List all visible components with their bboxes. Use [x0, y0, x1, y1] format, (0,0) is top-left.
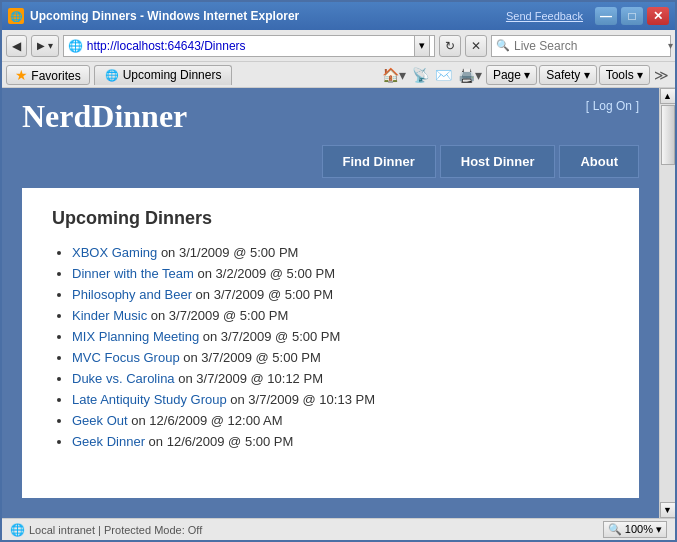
status-zone: 🌐 Local intranet | Protected Mode: Off — [10, 523, 202, 537]
site-title: NerdDinner — [22, 98, 187, 135]
address-go-button[interactable]: ▾ — [414, 35, 430, 57]
forward-button[interactable]: ▶ ▾ — [31, 35, 59, 57]
page-menu-button[interactable]: Page ▾ — [486, 65, 537, 85]
content-area: Upcoming Dinners XBOX Gaming on 3/1/2009… — [22, 188, 639, 498]
find-dinner-button[interactable]: Find Dinner — [322, 145, 436, 178]
log-on-link[interactable]: Log On — [593, 99, 632, 113]
favorites-button[interactable]: ★ Favorites — [6, 65, 90, 85]
scroll-up-button[interactable]: ▲ — [660, 88, 676, 104]
mail-button[interactable]: ✉️ — [433, 67, 454, 83]
zoom-level: 100% — [625, 523, 653, 535]
login-area: [ Log On ] — [586, 98, 639, 113]
address-icon: 🌐 — [68, 39, 83, 53]
star-icon: ★ — [15, 67, 28, 83]
maximize-button[interactable]: □ — [621, 7, 643, 25]
dinner-link[interactable]: Duke vs. Carolina — [72, 371, 175, 386]
status-text: Local intranet | Protected Mode: Off — [29, 524, 202, 536]
dinner-link[interactable]: Kinder Music — [72, 308, 147, 323]
dinner-time: on 3/1/2009 @ 5:00 PM — [157, 245, 298, 260]
scroll-down-button[interactable]: ▼ — [660, 502, 676, 518]
tab-bar: 🌐 Upcoming Dinners — [94, 65, 376, 85]
about-button[interactable]: About — [559, 145, 639, 178]
log-on-close: ] — [636, 99, 639, 113]
search-dropdown-icon[interactable]: ▾ — [668, 40, 673, 51]
close-button[interactable]: ✕ — [647, 7, 669, 25]
home-button[interactable]: 🏠▾ — [380, 67, 408, 83]
host-dinner-button[interactable]: Host Dinner — [440, 145, 556, 178]
dinner-time: on 3/7/2009 @ 5:00 PM — [199, 329, 340, 344]
dinner-link[interactable]: Dinner with the Team — [72, 266, 194, 281]
dinner-link[interactable]: Late Antiquity Study Group — [72, 392, 227, 407]
list-item: Kinder Music on 3/7/2009 @ 5:00 PM — [72, 308, 609, 323]
minimize-button[interactable]: — — [595, 7, 617, 25]
page-header: NerdDinner [ Log On ] — [2, 88, 659, 145]
list-item: MIX Planning Meeting on 3/7/2009 @ 5:00 … — [72, 329, 609, 344]
tab-icon: 🌐 — [105, 69, 119, 82]
list-item: Dinner with the Team on 3/2/2009 @ 5:00 … — [72, 266, 609, 281]
active-tab[interactable]: 🌐 Upcoming Dinners — [94, 65, 233, 85]
dinner-time: on 3/7/2009 @ 5:00 PM — [192, 287, 333, 302]
refresh-button[interactable]: ↻ — [439, 35, 461, 57]
dinner-list: XBOX Gaming on 3/1/2009 @ 5:00 PMDinner … — [52, 245, 609, 449]
dinner-link[interactable]: Philosophy and Beer — [72, 287, 192, 302]
search-input[interactable] — [514, 39, 664, 53]
list-item: Geek Dinner on 12/6/2009 @ 5:00 PM — [72, 434, 609, 449]
navigation-bar: Find Dinner Host Dinner About — [2, 145, 659, 188]
scrollbar[interactable]: ▲ ▼ — [659, 88, 675, 518]
tools-menu-button[interactable]: Tools ▾ — [599, 65, 650, 85]
log-on-open: [ — [586, 99, 589, 113]
favorites-bar: ★ Favorites 🌐 Upcoming Dinners 🏠▾ 📡 ✉️ 🖨… — [2, 62, 675, 88]
dinner-time: on 3/2/2009 @ 5:00 PM — [194, 266, 335, 281]
more-tools-button[interactable]: ≫ — [652, 67, 671, 83]
tab-label: Upcoming Dinners — [123, 68, 222, 82]
dinner-time: on 3/7/2009 @ 10:12 PM — [175, 371, 323, 386]
search-live-label: 🔍 — [496, 39, 510, 52]
search-bar[interactable]: 🔍 ▾ — [491, 35, 671, 57]
section-title: Upcoming Dinners — [52, 208, 609, 229]
dinner-time: on 3/7/2009 @ 5:00 PM — [180, 350, 321, 365]
page-area: NerdDinner [ Log On ] Find Dinner Host D… — [2, 88, 659, 518]
status-zoom: 🔍 100% ▾ — [603, 521, 667, 538]
title-bar: 🌐 Upcoming Dinners - Windows Internet Ex… — [2, 2, 675, 30]
dinner-time: on 12/6/2009 @ 12:00 AM — [128, 413, 283, 428]
status-bar: 🌐 Local intranet | Protected Mode: Off 🔍… — [2, 518, 675, 540]
list-item: MVC Focus Group on 3/7/2009 @ 5:00 PM — [72, 350, 609, 365]
safety-menu-button[interactable]: Safety ▾ — [539, 65, 596, 85]
list-item: Philosophy and Beer on 3/7/2009 @ 5:00 P… — [72, 287, 609, 302]
dinner-time: on 3/7/2009 @ 5:00 PM — [147, 308, 288, 323]
dinner-time: on 12/6/2009 @ 5:00 PM — [145, 434, 293, 449]
scroll-track[interactable] — [660, 104, 676, 502]
stop-button[interactable]: ✕ — [465, 35, 487, 57]
list-item: Late Antiquity Study Group on 3/7/2009 @… — [72, 392, 609, 407]
dinner-link[interactable]: XBOX Gaming — [72, 245, 157, 260]
dinner-link[interactable]: Geek Out — [72, 413, 128, 428]
browser-content: NerdDinner [ Log On ] Find Dinner Host D… — [2, 88, 675, 518]
status-icon: 🌐 — [10, 523, 25, 537]
list-item: XBOX Gaming on 3/1/2009 @ 5:00 PM — [72, 245, 609, 260]
rss-button[interactable]: 📡 — [410, 67, 431, 83]
zoom-button[interactable]: 🔍 100% ▾ — [603, 521, 667, 538]
toolbar-extras: 🏠▾ 📡 ✉️ 🖨️▾ Page ▾ Safety ▾ Tools ▾ ≫ — [380, 65, 671, 85]
print-button[interactable]: 🖨️▾ — [456, 67, 484, 83]
back-button[interactable]: ◀ — [6, 35, 27, 57]
send-feedback-link[interactable]: Send Feedback — [506, 10, 583, 22]
address-bar[interactable]: 🌐 http://localhost:64643/Dinners ▾ — [63, 35, 435, 57]
window-title: Upcoming Dinners - Windows Internet Expl… — [30, 9, 299, 23]
address-toolbar: ◀ ▶ ▾ 🌐 http://localhost:64643/Dinners ▾… — [2, 30, 675, 62]
list-item: Duke vs. Carolina on 3/7/2009 @ 10:12 PM — [72, 371, 609, 386]
dinner-link[interactable]: MVC Focus Group — [72, 350, 180, 365]
dinner-time: on 3/7/2009 @ 10:13 PM — [227, 392, 375, 407]
dinner-link[interactable]: Geek Dinner — [72, 434, 145, 449]
window-icon: 🌐 — [8, 8, 24, 24]
zoom-icon: 🔍 — [608, 523, 622, 535]
list-item: Geek Out on 12/6/2009 @ 12:00 AM — [72, 413, 609, 428]
scroll-thumb[interactable] — [661, 105, 675, 165]
address-text: http://localhost:64643/Dinners — [87, 39, 414, 53]
dinner-link[interactable]: MIX Planning Meeting — [72, 329, 199, 344]
zoom-dropdown-icon: ▾ — [656, 523, 662, 535]
